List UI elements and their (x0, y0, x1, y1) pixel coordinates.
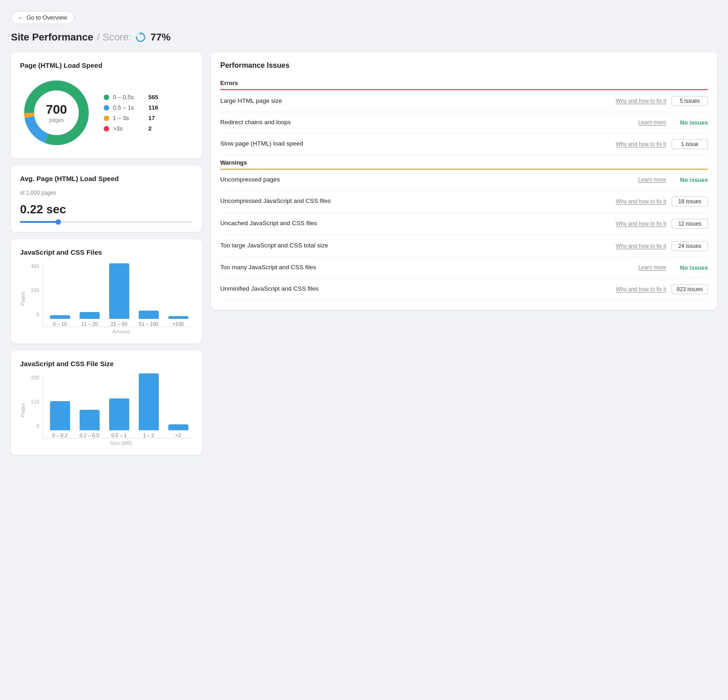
issue-link[interactable]: Why and how to fix it (612, 141, 666, 147)
score-circle-icon (135, 32, 146, 43)
donut-total: 700 (46, 102, 67, 117)
speed-dot (56, 219, 61, 225)
bar (80, 312, 100, 319)
js-css-size-card: JavaScript and CSS File Size Pages 22011… (11, 351, 202, 455)
right-column: Performance Issues ErrorsLarge HTML page… (211, 52, 717, 310)
y-tick: 0 (36, 423, 39, 428)
bar (168, 316, 188, 319)
left-column: Page (HTML) Load Speed 700 (11, 52, 202, 455)
section-header-error: Errors (220, 76, 708, 90)
no-issues-label: No issues (672, 176, 708, 183)
size-y-label: Pages (20, 403, 25, 417)
issue-badge[interactable]: 823 issues (672, 284, 708, 294)
issue-name: Too large JavaScript and CSS total size (220, 242, 606, 250)
bar-label: 21 – 50 (111, 321, 127, 327)
issue-link[interactable]: Why and how to fix it (612, 198, 666, 205)
issue-row: Uncompressed pagesLearn moreNo issues (220, 170, 708, 191)
bar-label: 51 – 100 (139, 321, 158, 327)
issue-link[interactable]: Why and how to fix it (612, 243, 666, 249)
section-header-warning: Warnings (220, 156, 708, 170)
y-tick: 220 (31, 375, 39, 380)
bar (109, 263, 129, 319)
perf-sections: ErrorsLarge HTML page sizeWhy and how to… (220, 76, 708, 301)
bar (139, 373, 159, 430)
issue-name: Uncached JavaScript and CSS files (220, 219, 606, 228)
legend-label: 1 – 3s (113, 115, 145, 121)
files-y-label: Pages (20, 292, 25, 306)
legend-value: 17 (148, 115, 155, 121)
legend-label: 0.5 – 1s (113, 104, 145, 111)
js-css-files-chart: Pages 4602300 0 – 1011 – 2021 – 5051 – 1… (20, 263, 193, 334)
bar-group: >2 (167, 424, 189, 438)
issue-badge[interactable]: 1 issue (672, 139, 708, 149)
legend-dot (104, 105, 109, 111)
issue-name: Unminified JavaScript and CSS files (220, 285, 606, 293)
speed-bar-fill (20, 221, 58, 223)
issue-row: Too large JavaScript and CSS total sizeW… (220, 235, 708, 257)
no-issues-label: No issues (672, 119, 708, 126)
issue-name: Slow page (HTML) load speed (220, 140, 606, 148)
size-x-label: Size (MB) (26, 440, 193, 446)
issue-badge[interactable]: 18 issues (672, 196, 708, 206)
bar-label: 0 – 0.2 (52, 433, 68, 438)
main-layout: Page (HTML) Load Speed 700 (11, 52, 717, 455)
bar-group: 0.5 – 1 (108, 398, 130, 438)
size-y-axis: 2201100 (26, 375, 43, 438)
size-bars-row: 0 – 0.20.2 – 0.50.5 – 11 – 2>2 (43, 375, 193, 438)
avg-speed-value: 0.22 sec (20, 202, 193, 217)
legend-item: 0 – 0.5s 565 (104, 94, 158, 101)
bar-label: 0.5 – 1 (111, 433, 127, 438)
issue-badge[interactable]: 24 issues (672, 241, 708, 251)
issue-link[interactable]: Why and how to fix it (612, 221, 666, 227)
size-bar-inner: 0 – 0.20.2 – 0.50.5 – 11 – 2>2 (43, 375, 193, 438)
bar-group: 0.2 – 0.5 (78, 410, 101, 438)
bar (80, 410, 100, 430)
page-title: Site Performance / Score: 77% (11, 31, 717, 43)
bar-group: 0 – 10 (49, 315, 71, 327)
legend-value: 2 (148, 125, 152, 132)
speed-bar (20, 221, 193, 223)
score-label: Score: (102, 31, 131, 43)
back-button[interactable]: ← Go to Overview (11, 11, 74, 24)
issue-name: Too many JavaScript and CSS files (220, 263, 606, 272)
bar-label: >2 (175, 433, 181, 438)
bar (50, 315, 70, 319)
issue-link[interactable]: Why and how to fix it (612, 286, 666, 292)
issue-badge[interactable]: 12 issues (672, 219, 708, 229)
y-tick: 0 (36, 312, 39, 317)
avg-speed-title: Avg. Page (HTML) Load Speed (20, 175, 193, 182)
issue-link[interactable]: Learn more (612, 119, 666, 126)
files-x-label: Amount (26, 329, 193, 334)
arrow-left-icon: ← (18, 14, 24, 21)
legend-value: 116 (148, 104, 158, 111)
issue-row: Large HTML page sizeWhy and how to fix i… (220, 90, 708, 112)
y-tick: 460 (31, 263, 39, 269)
issue-badge[interactable]: 5 issues (672, 96, 708, 106)
donut-center: 700 pages (46, 102, 67, 123)
bar-label: 1 – 2 (143, 433, 154, 438)
score-value: 77% (151, 31, 171, 43)
issue-link[interactable]: Learn more (612, 264, 666, 271)
avg-speed-card: Avg. Page (HTML) Load Speed of 1,000 pag… (11, 166, 202, 232)
issue-name: Redirect chains and loops (220, 118, 606, 127)
no-issues-label: No issues (672, 264, 708, 271)
performance-issues-card: Performance Issues ErrorsLarge HTML page… (211, 52, 717, 310)
title-main: Site Performance (11, 31, 93, 43)
issue-link[interactable]: Learn more (612, 176, 666, 183)
perf-issues-title: Performance Issues (220, 61, 708, 70)
y-tick: 110 (31, 399, 39, 404)
donut-chart: 700 pages (20, 76, 93, 149)
svg-point-2 (140, 32, 142, 34)
js-css-size-title: JavaScript and CSS File Size (20, 360, 193, 368)
bar (139, 311, 159, 319)
bar-label: 11 – 20 (81, 321, 98, 327)
issue-row: Slow page (HTML) load speedWhy and how t… (220, 133, 708, 156)
legend-item: 0.5 – 1s 116 (104, 104, 158, 111)
legend-value: 565 (148, 94, 158, 101)
bar-label: >100 (172, 321, 184, 327)
files-y-axis: 4602300 (26, 263, 43, 327)
issue-link[interactable]: Why and how to fix it (612, 98, 666, 104)
bar-group: 51 – 100 (137, 311, 160, 327)
bar-group: >100 (167, 316, 189, 327)
legend-label: >3s (113, 125, 145, 132)
